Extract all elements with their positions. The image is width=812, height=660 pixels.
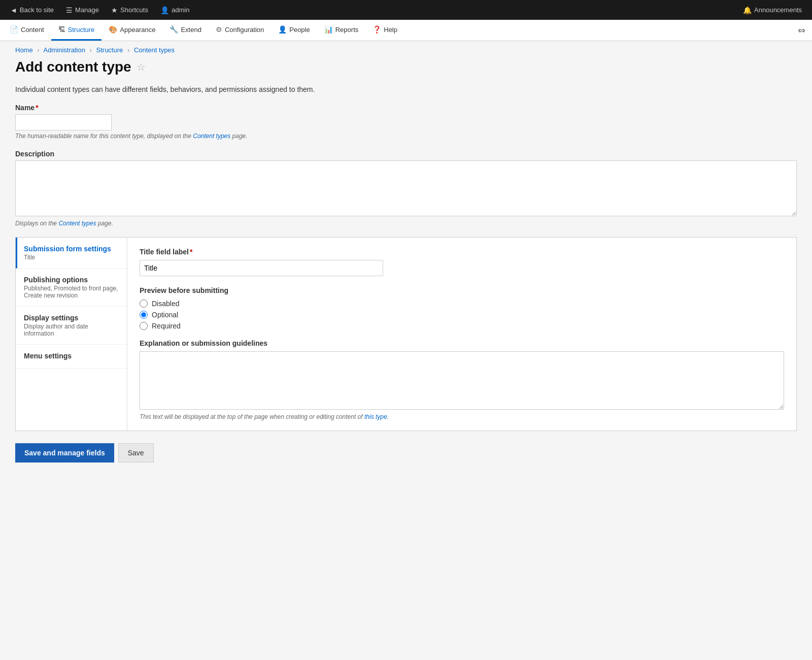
sidebar-item-publishing[interactable]: Publishing options Published, Promoted t…	[16, 269, 127, 307]
reports-icon: 📊	[324, 25, 333, 34]
radio-optional-input[interactable]	[140, 311, 148, 319]
description-hint: Displays on the Content types page.	[15, 220, 797, 227]
nav-reports[interactable]: 📊 Reports	[317, 20, 366, 41]
user-icon: 👤	[160, 6, 169, 14]
breadcrumb-sep-2: ›	[90, 46, 92, 54]
description-input[interactable]	[15, 160, 797, 216]
breadcrumb-administration[interactable]: Administration	[44, 46, 85, 54]
announcements-button[interactable]: 🔔 Announcements	[738, 6, 807, 14]
save-button[interactable]: Save	[118, 443, 154, 463]
name-input[interactable]	[15, 114, 112, 130]
title-required-star: *	[190, 248, 192, 256]
radio-required: Required	[140, 322, 784, 330]
page-title: Add content type	[15, 59, 131, 75]
name-hint: The human-readable name for this content…	[15, 133, 797, 140]
radio-optional: Optional	[140, 311, 784, 319]
publishing-subtitle: Published, Promoted to front page, Creat…	[24, 285, 119, 299]
people-icon: 👤	[278, 25, 287, 34]
explanation-group: Explanation or submission guidelines Thi…	[140, 339, 784, 420]
preview-label: Preview before submitting	[140, 286, 784, 294]
title-field-input[interactable]	[140, 260, 383, 276]
page-description: Individual content types can have differ…	[15, 85, 797, 93]
extend-icon: 🔧	[170, 25, 178, 34]
breadcrumb: Home › Administration › Structure › Cont…	[0, 41, 812, 56]
breadcrumb-home[interactable]: Home	[15, 46, 33, 54]
structure-icon: 🏗	[58, 25, 65, 34]
title-field-group: Title field label*	[140, 248, 784, 276]
page-header: Add content type ☆	[0, 56, 812, 85]
nav-configuration[interactable]: ⚙ Configuration	[209, 20, 271, 41]
name-required-star: *	[36, 104, 38, 112]
form-actions: Save and manage fields Save	[15, 443, 797, 473]
content-types-hint-link[interactable]: Content types	[58, 220, 96, 227]
sidebar-item-menu[interactable]: Menu settings	[16, 345, 127, 369]
display-subtitle: Display author and date information	[24, 323, 119, 337]
settings-sidebar: Submission form settings Title Publishin…	[16, 238, 127, 431]
breadcrumb-structure[interactable]: Structure	[96, 46, 123, 54]
favorite-icon[interactable]: ☆	[137, 61, 146, 73]
nav-appearance[interactable]: 🎨 Appearance	[101, 20, 162, 41]
content-icon: 📄	[10, 25, 18, 34]
this-type-link[interactable]: this type	[364, 413, 387, 420]
radio-disabled-label[interactable]: Disabled	[152, 300, 179, 308]
publishing-title: Publishing options	[24, 276, 119, 284]
nav-help[interactable]: ❓ Help	[365, 20, 404, 41]
back-to-site-button[interactable]: ◄ Back to site	[5, 0, 59, 20]
nav-people[interactable]: 👤 People	[271, 20, 317, 41]
settings-panel: Submission form settings Title Publishin…	[15, 237, 797, 431]
nav-structure[interactable]: 🏗 Structure	[51, 20, 102, 41]
appearance-icon: 🎨	[109, 25, 117, 34]
admin-bar: ◄ Back to site ☰ Manage ★ Shortcuts 👤 ad…	[0, 0, 812, 20]
bell-icon: 🔔	[743, 6, 752, 14]
radio-disabled-input[interactable]	[140, 300, 148, 308]
star-nav-icon: ★	[111, 6, 118, 14]
nav-toggle[interactable]: ⇔	[794, 25, 809, 36]
display-title: Display settings	[24, 314, 119, 322]
back-icon: ◄	[10, 6, 17, 14]
breadcrumb-sep-1: ›	[37, 46, 39, 54]
radio-required-label[interactable]: Required	[152, 322, 181, 330]
breadcrumb-content-types[interactable]: Content types	[134, 46, 175, 54]
configuration-icon: ⚙	[216, 25, 222, 34]
sidebar-item-display[interactable]: Display settings Display author and date…	[16, 307, 127, 345]
explanation-label: Explanation or submission guidelines	[140, 339, 784, 347]
manage-button[interactable]: ☰ Manage	[61, 0, 104, 20]
settings-content: Title field label* Preview before submit…	[127, 238, 796, 431]
help-icon: ❓	[373, 25, 381, 34]
manage-icon: ☰	[66, 6, 73, 14]
radio-required-input[interactable]	[140, 322, 148, 330]
admin-user-button[interactable]: 👤 admin	[155, 0, 194, 20]
description-label: Description	[15, 150, 797, 158]
admin-bar-right: 🔔 Announcements	[738, 6, 807, 14]
save-and-manage-button[interactable]: Save and manage fields	[15, 443, 114, 463]
radio-disabled: Disabled	[140, 300, 784, 308]
nav-content[interactable]: 📄 Content	[3, 20, 51, 41]
name-field-group: Name* The human-readable name for this c…	[15, 104, 797, 140]
menu-title: Menu settings	[24, 352, 119, 360]
preview-group: Preview before submitting Disabled Optio…	[140, 286, 784, 330]
shortcuts-button[interactable]: ★ Shortcuts	[106, 0, 153, 20]
name-label: Name*	[15, 104, 797, 112]
radio-optional-label[interactable]: Optional	[152, 311, 178, 319]
explanation-hint: This text will be displayed at the top o…	[140, 413, 784, 420]
breadcrumb-sep-3: ›	[127, 46, 129, 54]
secondary-nav: 📄 Content 🏗 Structure 🎨 Appearance 🔧 Ext…	[0, 20, 812, 41]
title-field-label: Title field label*	[140, 248, 784, 256]
submission-subtitle: Title	[24, 254, 119, 261]
main-content: Individual content types can have differ…	[0, 85, 812, 488]
nav-extend[interactable]: 🔧 Extend	[162, 20, 208, 41]
explanation-textarea[interactable]	[140, 351, 784, 410]
sidebar-item-submission[interactable]: Submission form settings Title	[16, 238, 127, 269]
description-field-group: Description Displays on the Content type…	[15, 150, 797, 227]
submission-title: Submission form settings	[24, 245, 119, 253]
content-types-link[interactable]: Content types	[193, 133, 230, 140]
